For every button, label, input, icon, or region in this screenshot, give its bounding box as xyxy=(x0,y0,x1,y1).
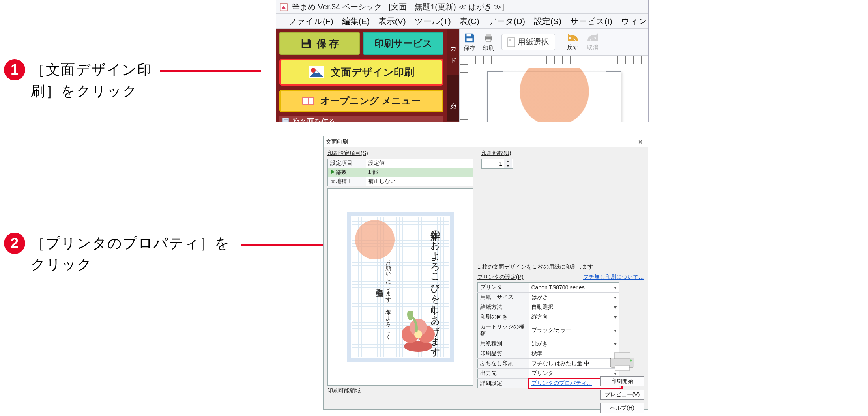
help-button[interactable]: ヘルプ(H) xyxy=(600,403,644,413)
printer-prop-value[interactable]: ブラック/カラー xyxy=(529,322,612,339)
dialog-title: 文面印刷 xyxy=(326,138,348,146)
design-print-label: 文面デザイン印刷 xyxy=(331,65,414,79)
settings-row[interactable]: 天地補正 補正しない xyxy=(328,177,473,186)
dropdown-icon[interactable]: ▾ xyxy=(612,293,619,302)
tool-print-label: 印刷 xyxy=(483,45,494,52)
fuji-icon xyxy=(309,66,324,78)
tool-save[interactable]: 保存 xyxy=(464,32,475,52)
preview-button[interactable]: プレビュー(V) xyxy=(600,390,644,400)
printer-prop-row[interactable]: 用紙・サイズはがき▾ xyxy=(478,293,619,302)
tool-undo-label: 戻す xyxy=(567,44,579,51)
save-button[interactable]: 保 存 xyxy=(279,32,360,55)
copies-input[interactable] xyxy=(482,159,504,168)
printer-prop-row[interactable]: 詳細設定プリンタのプロパティ… xyxy=(478,379,619,388)
dropdown-icon[interactable]: ▾ xyxy=(612,339,619,349)
printer-prop-value[interactable]: 縦方向 xyxy=(529,312,612,322)
settings-row-val: 1 部 xyxy=(366,168,473,177)
tool-redo-label: 取消 xyxy=(587,44,599,51)
printer-prop-row[interactable]: 印刷品質標準▾ xyxy=(478,349,619,359)
print-message: 1 枚の文面デザインを 1 枚の用紙に印刷します xyxy=(477,263,644,270)
copies-box: 印刷部数(U) ▲ ▼ xyxy=(481,150,513,186)
design-paper[interactable] xyxy=(487,71,621,122)
menubar: ファイル(F) 編集(E) 表示(V) ツール(T) 表(C) データ(D) 設… xyxy=(276,14,648,29)
sun-illustration xyxy=(503,68,606,122)
svg-rect-11 xyxy=(282,118,289,122)
printer-prop-row[interactable]: 用紙種別はがき▾ xyxy=(478,339,619,349)
svg-rect-29 xyxy=(615,365,629,371)
menu-file[interactable]: ファイル(F) xyxy=(288,16,333,27)
printer-prop-key: 給紙方法 xyxy=(478,302,529,312)
print-start-button[interactable]: 印刷開始 xyxy=(600,376,644,386)
svg-rect-10 xyxy=(309,101,313,104)
svg-rect-15 xyxy=(467,38,473,41)
spin-down[interactable]: ▼ xyxy=(504,164,512,168)
printer-prop-row[interactable]: 給紙方法自動選択▾ xyxy=(478,302,619,312)
printer-prop-value[interactable]: プリンタのプロパティ… xyxy=(529,379,612,388)
svg-rect-2 xyxy=(303,39,307,43)
tool-paper-label: 用紙選択 xyxy=(518,37,549,47)
menu-window[interactable]: ウィンドウ(W) xyxy=(621,16,649,27)
settings-table[interactable]: 設定項目 設定値 ▶部数 1 部 天地補正 補正しない xyxy=(327,159,473,186)
printer-prop-value[interactable]: Canon TS8700 series xyxy=(529,283,612,293)
svg-rect-18 xyxy=(486,39,491,42)
connector-1 xyxy=(160,70,261,72)
save-button-label: 保 存 xyxy=(317,37,339,50)
printer-prop-row[interactable]: 出力先プリンタ▾ xyxy=(478,369,619,379)
svg-rect-14 xyxy=(467,34,471,36)
settings-box: 印刷設定項目(S) 設定項目 設定値 ▶部数 1 部 天地補正 補正しない xyxy=(327,150,473,186)
redo-icon xyxy=(586,33,599,43)
printer-prop-value[interactable]: プリンタ xyxy=(529,369,612,379)
design-print-button[interactable]: 文面デザイン印刷 xyxy=(279,59,443,86)
preview-caption: 印刷可能領域 xyxy=(327,387,473,394)
printer-prop-row[interactable]: ふちなし印刷フチなし はみだし量 中▾ xyxy=(478,359,619,369)
close-icon: ✕ xyxy=(638,139,643,145)
menu-settings[interactable]: 設定(S) xyxy=(534,16,561,27)
ruler-area xyxy=(460,56,648,122)
copies-spinner[interactable]: ▲ ▼ xyxy=(481,159,513,169)
printer-prop-key: 出力先 xyxy=(478,369,529,379)
dropdown-icon[interactable]: ▾ xyxy=(612,322,619,339)
app-window: 筆まめ Ver.34 ベーシック - [文面 無題1(更新) ≪ はがき ≫] … xyxy=(276,0,649,122)
dropdown-icon[interactable]: ▾ xyxy=(612,302,619,312)
spin-up[interactable]: ▲ xyxy=(504,159,512,164)
step-2-text: ［プリンタのプロパティ］を クリック xyxy=(31,233,230,275)
tool-undo[interactable]: 戻す xyxy=(566,33,580,51)
dropdown-icon[interactable]: ▾ xyxy=(612,283,619,293)
dialog-close-button[interactable]: ✕ xyxy=(635,138,645,146)
printer-prop-value[interactable]: フチなし はみだし量 中 xyxy=(529,359,612,369)
print-dialog: 文面印刷 ✕ 印刷設定項目(S) 設定項目 設定値 ▶部数 1 部 天地補正 補… xyxy=(323,136,648,410)
tool-paper-select[interactable]: 用紙選択 xyxy=(501,34,555,50)
printer-prop-row[interactable]: 印刷の向き縦方向▾ xyxy=(478,312,619,322)
preview-calligraphy-sub: お願いいたします 本年もよろしく xyxy=(385,256,392,337)
printer-prop-value[interactable]: 自動選択 xyxy=(529,302,612,312)
printer-prop-key: カートリッジの種類 xyxy=(478,322,529,339)
svg-point-30 xyxy=(630,360,632,362)
menu-edit[interactable]: 編集(E) xyxy=(342,16,370,27)
tool-print[interactable]: 印刷 xyxy=(483,32,494,52)
print-service-button[interactable]: 印刷サービス xyxy=(363,32,443,55)
tool-redo[interactable]: 取消 xyxy=(586,33,599,51)
preview-pane: 新年のおよろこびを申しあげます お願いいたします 本年もよろしく 令和七年 元旦… xyxy=(327,188,473,394)
settings-row[interactable]: ▶部数 1 部 xyxy=(328,168,473,177)
settings-row-val: 補正しない xyxy=(366,177,473,186)
printer-prop-value[interactable]: 標準 xyxy=(529,349,612,359)
borderless-link[interactable]: フチ無し印刷について… xyxy=(583,274,644,281)
vtab-card[interactable]: カード xyxy=(447,29,459,75)
printer-prop-value[interactable]: はがき xyxy=(529,293,612,302)
menu-tool[interactable]: ツール(T) xyxy=(415,16,451,27)
printer-prop-key: 用紙・サイズ xyxy=(478,293,529,302)
sub-item-atena[interactable]: 宛名面を作る xyxy=(279,116,443,122)
printer-prop-row[interactable]: プリンタCanon TS8700 series▾ xyxy=(478,283,619,293)
printer-prop-value[interactable]: はがき xyxy=(529,339,612,349)
menu-table[interactable]: 表(C) xyxy=(460,16,479,27)
menu-data[interactable]: データ(D) xyxy=(488,16,525,27)
save-icon xyxy=(300,37,312,49)
vtab-atena[interactable]: 宛 xyxy=(447,75,459,122)
menu-view[interactable]: 表示(V) xyxy=(378,16,406,27)
opening-menu-button[interactable]: オープニング メニュー xyxy=(279,90,443,112)
menu-service[interactable]: サービス(I) xyxy=(570,16,612,27)
print-icon xyxy=(483,32,494,44)
dropdown-icon[interactable]: ▾ xyxy=(612,312,619,322)
printer-prop-row[interactable]: カートリッジの種類ブラック/カラー▾ xyxy=(478,322,619,339)
preview-card: 新年のおよろこびを申しあげます お願いいたします 本年もよろしく 令和七年 元旦 xyxy=(347,212,454,362)
